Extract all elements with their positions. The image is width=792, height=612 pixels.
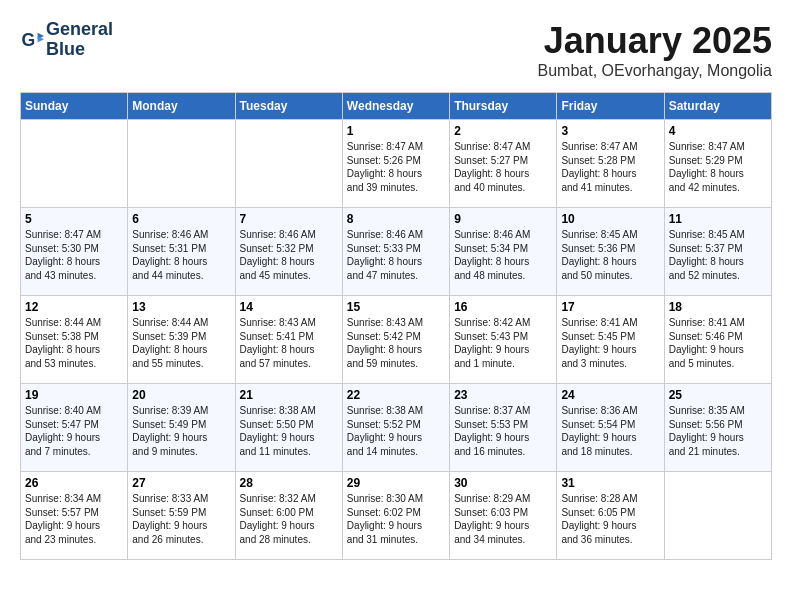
day-number: 12: [25, 300, 123, 314]
day-number: 28: [240, 476, 338, 490]
day-number: 4: [669, 124, 767, 138]
day-number: 8: [347, 212, 445, 226]
day-number: 25: [669, 388, 767, 402]
month-title: January 2025: [538, 20, 773, 62]
table-row: 11Sunrise: 8:45 AMSunset: 5:37 PMDayligh…: [664, 208, 771, 296]
table-row: 21Sunrise: 8:38 AMSunset: 5:50 PMDayligh…: [235, 384, 342, 472]
day-number: 23: [454, 388, 552, 402]
calendar-week-row: 19Sunrise: 8:40 AMSunset: 5:47 PMDayligh…: [21, 384, 772, 472]
day-info: Sunrise: 8:47 AMSunset: 5:29 PMDaylight:…: [669, 140, 767, 194]
day-info: Sunrise: 8:36 AMSunset: 5:54 PMDaylight:…: [561, 404, 659, 458]
day-number: 30: [454, 476, 552, 490]
table-row: 18Sunrise: 8:41 AMSunset: 5:46 PMDayligh…: [664, 296, 771, 384]
day-info: Sunrise: 8:32 AMSunset: 6:00 PMDaylight:…: [240, 492, 338, 546]
day-number: 31: [561, 476, 659, 490]
table-row: 3Sunrise: 8:47 AMSunset: 5:28 PMDaylight…: [557, 120, 664, 208]
table-row: 29Sunrise: 8:30 AMSunset: 6:02 PMDayligh…: [342, 472, 449, 560]
day-info: Sunrise: 8:47 AMSunset: 5:30 PMDaylight:…: [25, 228, 123, 282]
table-row: [21, 120, 128, 208]
table-row: 20Sunrise: 8:39 AMSunset: 5:49 PMDayligh…: [128, 384, 235, 472]
day-number: 10: [561, 212, 659, 226]
day-info: Sunrise: 8:46 AMSunset: 5:34 PMDaylight:…: [454, 228, 552, 282]
title-section: January 2025 Bumbat, OEvorhangay, Mongol…: [538, 20, 773, 80]
day-info: Sunrise: 8:42 AMSunset: 5:43 PMDaylight:…: [454, 316, 552, 370]
day-number: 7: [240, 212, 338, 226]
calendar-week-row: 1Sunrise: 8:47 AMSunset: 5:26 PMDaylight…: [21, 120, 772, 208]
day-info: Sunrise: 8:41 AMSunset: 5:46 PMDaylight:…: [669, 316, 767, 370]
table-row: 31Sunrise: 8:28 AMSunset: 6:05 PMDayligh…: [557, 472, 664, 560]
day-info: Sunrise: 8:38 AMSunset: 5:50 PMDaylight:…: [240, 404, 338, 458]
header-saturday: Saturday: [664, 93, 771, 120]
day-info: Sunrise: 8:43 AMSunset: 5:41 PMDaylight:…: [240, 316, 338, 370]
logo: G General Blue: [20, 20, 113, 60]
day-info: Sunrise: 8:33 AMSunset: 5:59 PMDaylight:…: [132, 492, 230, 546]
table-row: 27Sunrise: 8:33 AMSunset: 5:59 PMDayligh…: [128, 472, 235, 560]
day-info: Sunrise: 8:43 AMSunset: 5:42 PMDaylight:…: [347, 316, 445, 370]
day-number: 14: [240, 300, 338, 314]
table-row: 8Sunrise: 8:46 AMSunset: 5:33 PMDaylight…: [342, 208, 449, 296]
day-info: Sunrise: 8:44 AMSunset: 5:39 PMDaylight:…: [132, 316, 230, 370]
calendar-week-row: 26Sunrise: 8:34 AMSunset: 5:57 PMDayligh…: [21, 472, 772, 560]
day-number: 5: [25, 212, 123, 226]
table-row: 19Sunrise: 8:40 AMSunset: 5:47 PMDayligh…: [21, 384, 128, 472]
header-friday: Friday: [557, 93, 664, 120]
day-info: Sunrise: 8:45 AMSunset: 5:36 PMDaylight:…: [561, 228, 659, 282]
day-info: Sunrise: 8:45 AMSunset: 5:37 PMDaylight:…: [669, 228, 767, 282]
day-number: 26: [25, 476, 123, 490]
table-row: 23Sunrise: 8:37 AMSunset: 5:53 PMDayligh…: [450, 384, 557, 472]
day-number: 9: [454, 212, 552, 226]
day-number: 15: [347, 300, 445, 314]
table-row: 22Sunrise: 8:38 AMSunset: 5:52 PMDayligh…: [342, 384, 449, 472]
calendar-week-row: 5Sunrise: 8:47 AMSunset: 5:30 PMDaylight…: [21, 208, 772, 296]
day-number: 2: [454, 124, 552, 138]
table-row: 26Sunrise: 8:34 AMSunset: 5:57 PMDayligh…: [21, 472, 128, 560]
table-row: 6Sunrise: 8:46 AMSunset: 5:31 PMDaylight…: [128, 208, 235, 296]
day-info: Sunrise: 8:29 AMSunset: 6:03 PMDaylight:…: [454, 492, 552, 546]
day-info: Sunrise: 8:37 AMSunset: 5:53 PMDaylight:…: [454, 404, 552, 458]
table-row: 25Sunrise: 8:35 AMSunset: 5:56 PMDayligh…: [664, 384, 771, 472]
table-row: 15Sunrise: 8:43 AMSunset: 5:42 PMDayligh…: [342, 296, 449, 384]
header-tuesday: Tuesday: [235, 93, 342, 120]
day-info: Sunrise: 8:46 AMSunset: 5:32 PMDaylight:…: [240, 228, 338, 282]
table-row: 14Sunrise: 8:43 AMSunset: 5:41 PMDayligh…: [235, 296, 342, 384]
day-number: 13: [132, 300, 230, 314]
day-number: 21: [240, 388, 338, 402]
day-number: 18: [669, 300, 767, 314]
table-row: [664, 472, 771, 560]
header-wednesday: Wednesday: [342, 93, 449, 120]
day-info: Sunrise: 8:39 AMSunset: 5:49 PMDaylight:…: [132, 404, 230, 458]
day-number: 29: [347, 476, 445, 490]
day-info: Sunrise: 8:38 AMSunset: 5:52 PMDaylight:…: [347, 404, 445, 458]
calendar-week-row: 12Sunrise: 8:44 AMSunset: 5:38 PMDayligh…: [21, 296, 772, 384]
day-number: 6: [132, 212, 230, 226]
header-monday: Monday: [128, 93, 235, 120]
header-thursday: Thursday: [450, 93, 557, 120]
location-subtitle: Bumbat, OEvorhangay, Mongolia: [538, 62, 773, 80]
day-number: 16: [454, 300, 552, 314]
day-number: 17: [561, 300, 659, 314]
svg-text:G: G: [22, 29, 36, 49]
table-row: 9Sunrise: 8:46 AMSunset: 5:34 PMDaylight…: [450, 208, 557, 296]
day-number: 20: [132, 388, 230, 402]
day-info: Sunrise: 8:28 AMSunset: 6:05 PMDaylight:…: [561, 492, 659, 546]
day-info: Sunrise: 8:44 AMSunset: 5:38 PMDaylight:…: [25, 316, 123, 370]
table-row: 30Sunrise: 8:29 AMSunset: 6:03 PMDayligh…: [450, 472, 557, 560]
calendar: Sunday Monday Tuesday Wednesday Thursday…: [20, 92, 772, 560]
day-info: Sunrise: 8:35 AMSunset: 5:56 PMDaylight:…: [669, 404, 767, 458]
day-number: 19: [25, 388, 123, 402]
day-number: 1: [347, 124, 445, 138]
day-number: 22: [347, 388, 445, 402]
table-row: 7Sunrise: 8:46 AMSunset: 5:32 PMDaylight…: [235, 208, 342, 296]
table-row: 1Sunrise: 8:47 AMSunset: 5:26 PMDaylight…: [342, 120, 449, 208]
calendar-header-row: Sunday Monday Tuesday Wednesday Thursday…: [21, 93, 772, 120]
logo-text: General Blue: [46, 20, 113, 60]
table-row: 2Sunrise: 8:47 AMSunset: 5:27 PMDaylight…: [450, 120, 557, 208]
day-number: 27: [132, 476, 230, 490]
day-info: Sunrise: 8:46 AMSunset: 5:31 PMDaylight:…: [132, 228, 230, 282]
table-row: [235, 120, 342, 208]
table-row: 28Sunrise: 8:32 AMSunset: 6:00 PMDayligh…: [235, 472, 342, 560]
table-row: 4Sunrise: 8:47 AMSunset: 5:29 PMDaylight…: [664, 120, 771, 208]
day-number: 24: [561, 388, 659, 402]
day-info: Sunrise: 8:40 AMSunset: 5:47 PMDaylight:…: [25, 404, 123, 458]
day-info: Sunrise: 8:30 AMSunset: 6:02 PMDaylight:…: [347, 492, 445, 546]
